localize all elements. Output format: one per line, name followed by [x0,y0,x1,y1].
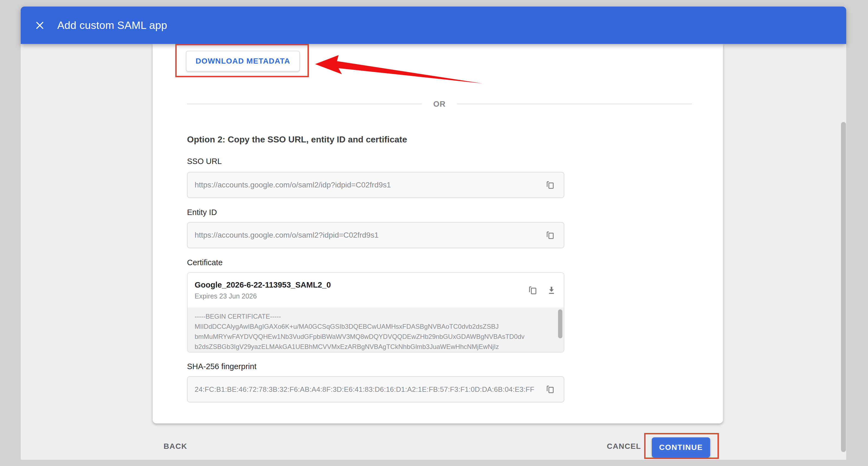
back-button[interactable]: BACK [163,442,187,451]
certificate-scrollbar-thumb[interactable] [558,310,562,338]
certificate-label: Certificate [187,258,223,267]
annotation-arrow-icon [308,49,485,87]
dialog-scrollbar-thumb[interactable] [841,122,846,452]
annotation-box-continue [644,433,719,459]
certificate-info: Google_2026-6-22-113953_SAML2_0 Expires … [195,281,331,300]
copy-icon[interactable] [545,179,556,191]
download-icon[interactable] [546,285,557,296]
certificate-text-scroller[interactable]: -----BEGIN CERTIFICATE----- MIIDdDCCAlyg… [188,308,564,352]
entity-id-field: https://accounts.google.com/o/saml2?idpi… [187,222,564,248]
sso-url-field: https://accounts.google.com/o/saml2/idp?… [187,172,564,198]
or-divider-label: OR [422,99,457,109]
copy-icon[interactable] [545,384,556,395]
option2-heading: Option 2: Copy the SSO URL, entity ID an… [187,135,407,145]
certificate-text-line: MIIDdDCCAlygAwIBAgIGAXo6K+u/MA0GCSqGSIb3… [195,321,551,331]
dialog-header: Add custom SAML app [21,6,846,44]
content-card: DOWNLOAD METADATA OR Option 2: Copy the … [153,44,723,424]
sha256-fingerprint-field: 24:FC:B1:BE:46:72:78:3B:32:F6:AB:A4:8F:3… [187,376,564,402]
sso-url-value: https://accounts.google.com/o/saml2/idp?… [195,181,391,190]
certificate-text-line: bmMuMRYwFAYDVQQHEw1Nb3VudGFpbiBWaWV3MQ8w… [195,331,551,342]
or-divider: OR [187,96,692,112]
divider-line-right [457,104,692,104]
sso-url-label: SSO URL [187,157,222,166]
certificate-actions [527,285,557,296]
certificate-expiry: Expires 23 Jun 2026 [195,292,331,300]
entity-id-value: https://accounts.google.com/o/saml2?idpi… [195,231,379,239]
close-icon[interactable] [34,19,46,31]
certificate-card: Google_2026-6-22-113953_SAML2_0 Expires … [187,272,564,352]
sha256-fingerprint-value: 24:FC:B1:BE:46:72:78:3B:32:F6:AB:A4:8F:3… [195,385,534,394]
entity-id-label: Entity ID [187,208,217,217]
page-background: Add custom SAML app DOWNLOAD METADATA OR… [0,0,868,466]
divider-line-left [187,104,422,104]
dialog-title: Add custom SAML app [57,19,167,31]
certificate-text-line: b2dsZSBGb3IgV29yazELMAkGA1UEBhMCVVMxEzAR… [195,342,551,352]
copy-icon[interactable] [527,285,539,296]
cancel-button[interactable]: CANCEL [607,442,641,451]
certificate-name: Google_2026-6-22-113953_SAML2_0 [195,281,331,289]
annotation-box-download-metadata [175,44,309,77]
sha256-fingerprint-label: SHA-256 fingerprint [187,362,256,371]
certificate-text-line: -----BEGIN CERTIFICATE----- [195,311,551,321]
copy-icon[interactable] [545,229,556,241]
dialog-footer: BACK CANCEL CONTINUE [21,424,846,460]
certificate-header: Google_2026-6-22-113953_SAML2_0 Expires … [188,273,564,308]
